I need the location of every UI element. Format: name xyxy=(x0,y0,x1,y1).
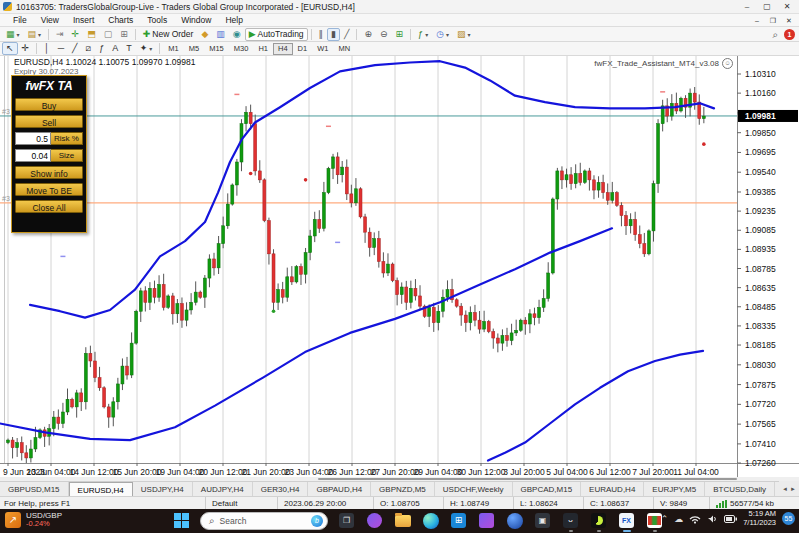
price-chart[interactable]: #3#31.103101.101601.100051.098501.096951… xyxy=(0,56,799,477)
battery-icon[interactable] xyxy=(724,515,737,523)
taskbar-search[interactable]: ⌕ Search b xyxy=(200,512,328,530)
close-all-button[interactable]: Close All xyxy=(15,200,83,213)
task-view-taskbar-button[interactable]: ❐ xyxy=(337,511,356,530)
data-window-button[interactable]: ▥ xyxy=(212,28,229,41)
smiley-icon[interactable]: ☺ xyxy=(722,58,733,69)
bar-chart-button[interactable]: ∥ xyxy=(315,28,328,41)
timeframe-m5-button[interactable]: M5 xyxy=(184,43,204,55)
taskbar-clock[interactable]: 5:19 AM 7/11/2023 xyxy=(743,510,776,527)
menu-window[interactable]: Window xyxy=(174,15,218,25)
line-chart-button[interactable]: ╱ xyxy=(340,28,353,41)
risk-input[interactable] xyxy=(15,132,51,145)
chart-tab-gbpaud-h4[interactable]: GBPAUD,H4 xyxy=(308,482,371,497)
zoom-in-button[interactable]: ⊕ xyxy=(360,28,376,41)
arrows-button[interactable]: ✦▾ xyxy=(136,42,157,55)
chart-tab-eurjpy-m5[interactable]: EURJPY,M5 xyxy=(644,482,705,497)
chart-tab-gbpnzd-m5[interactable]: GBPNZD,M5 xyxy=(371,482,435,497)
menu-file[interactable]: File xyxy=(6,15,34,25)
autotrading-button[interactable]: ▶AutoTrading xyxy=(245,28,308,41)
chart-window-button[interactable]: ▢ xyxy=(100,28,117,41)
zoom-out-button[interactable]: ⊖ xyxy=(376,28,392,41)
onedrive-icon[interactable]: ☁ xyxy=(674,514,683,524)
microsoft-store-taskbar-button[interactable]: ⊞ xyxy=(449,511,468,530)
copilot-taskbar-button[interactable] xyxy=(365,511,384,530)
timeframe-mn-button[interactable]: MN xyxy=(333,43,355,55)
designer-app-taskbar-button[interactable] xyxy=(477,511,496,530)
child-restore-button[interactable]: ❐ xyxy=(765,14,781,27)
chart-tab-euraud-h4[interactable]: EURAUD,H4 xyxy=(581,482,644,497)
buy-button[interactable]: Buy xyxy=(15,98,83,111)
start-button[interactable] xyxy=(172,511,191,530)
size-input[interactable] xyxy=(15,149,51,162)
trendline-button[interactable]: ╱ xyxy=(68,42,81,55)
dark-app-taskbar-button[interactable]: ▣ xyxy=(533,511,552,530)
close-button[interactable]: ✕ xyxy=(777,0,797,14)
title-bar[interactable]: 10163705: TradersGlobalGroup-Live - Trad… xyxy=(0,0,799,14)
chart-tab-usdchf-weekly[interactable]: USDCHF,Weekly xyxy=(435,482,513,497)
horizontal-line-button[interactable]: ─ xyxy=(54,42,68,55)
chart-tab-gbpcad-m15[interactable]: GBPCAD,M15 xyxy=(513,482,582,497)
menu-help[interactable]: Help xyxy=(218,15,249,25)
maximize-button[interactable]: ▢ xyxy=(757,0,777,14)
menu-view[interactable]: View xyxy=(34,15,66,25)
menu-charts[interactable]: Charts xyxy=(101,15,140,25)
minimize-button[interactable]: – xyxy=(737,0,757,14)
timeframe-m1-button[interactable]: M1 xyxy=(163,43,183,55)
show-info-button[interactable]: Show info xyxy=(15,166,83,179)
child-minimize-button[interactable]: – xyxy=(749,14,765,27)
periods-button[interactable]: ◷▾ xyxy=(432,28,453,41)
vertical-line-button[interactable]: │ xyxy=(40,42,54,55)
notifications-icon[interactable]: 1 xyxy=(784,29,795,40)
auto-scroll-button[interactable]: ✛ xyxy=(68,28,84,41)
volume-icon[interactable] xyxy=(707,514,718,524)
chart-tab-eurusd-h4[interactable]: EURUSD,H4 xyxy=(69,482,133,497)
timeframe-d1-button[interactable]: D1 xyxy=(293,43,313,55)
expert-advisors-button[interactable]: ◆ xyxy=(197,28,212,41)
label-button[interactable]: T xyxy=(122,42,136,55)
chart-shift-button[interactable]: ⇥ xyxy=(52,28,68,41)
wifi-icon[interactable] xyxy=(689,514,701,524)
edge-browser-taskbar-button[interactable] xyxy=(421,511,440,530)
tray-chevron-icon[interactable]: ⌃ xyxy=(661,514,669,524)
discord-taskbar-button[interactable]: ᴗ xyxy=(561,511,580,530)
template-button[interactable]: ▨▾ xyxy=(453,28,475,41)
menu-tools[interactable]: Tools xyxy=(140,15,174,25)
blue-circle-app-taskbar-button[interactable] xyxy=(505,511,524,530)
fibonacci-button[interactable]: ƒ xyxy=(95,42,108,55)
chart-tab-usdjpy-h4[interactable]: USDJPY,H4 xyxy=(133,482,193,497)
menu-insert[interactable]: Insert xyxy=(66,15,101,25)
timeframe-w1-button[interactable]: W1 xyxy=(312,43,333,55)
file-explorer-taskbar-button[interactable] xyxy=(393,511,412,530)
profiles-button[interactable]: ▤▾ xyxy=(24,28,46,41)
chart-tab-btcusd-daily[interactable]: BTCUSD,Daily xyxy=(705,482,775,497)
timeframe-m15-button[interactable]: M15 xyxy=(204,43,229,55)
widgets-button[interactable]: ↗ USD/GBP -0.24% xyxy=(5,511,62,528)
opera-gx-taskbar-button[interactable] xyxy=(589,511,608,530)
search-icon[interactable]: ⌕ xyxy=(772,29,778,41)
candlestick-chart-button[interactable]: ▮ xyxy=(327,28,340,41)
strategy-tester-button[interactable]: ◉ xyxy=(229,28,245,41)
timeframe-h1-button[interactable]: H1 xyxy=(253,43,273,55)
chart-tab-gbpusd-m15[interactable]: GBPUSD,M15 xyxy=(0,482,69,497)
cursor-button[interactable]: ↖ xyxy=(2,42,18,55)
zoom-box-button[interactable]: ⊞ xyxy=(116,28,132,41)
move-to-be-button[interactable]: Move To BE xyxy=(15,183,83,196)
child-close-button[interactable]: ✕ xyxy=(781,14,797,27)
tile-windows-button[interactable]: ⊞ xyxy=(392,28,408,41)
chart-tab-audjpy-h4[interactable]: AUDJPY,H4 xyxy=(193,482,253,497)
chart-tab-ger30-h4[interactable]: GER30,H4 xyxy=(253,482,309,497)
scrollbar-thumb[interactable] xyxy=(318,478,737,480)
tab-scroll-right-icon[interactable]: ► xyxy=(790,486,796,492)
text-button[interactable]: A xyxy=(108,42,122,55)
bing-icon[interactable]: b xyxy=(311,515,323,527)
new-order-button[interactable]: ✚New Order xyxy=(139,28,198,41)
notification-center-badge[interactable]: 55 xyxy=(782,512,795,525)
timeframe-m30-button[interactable]: M30 xyxy=(229,43,254,55)
crosshair-button[interactable]: ✛ xyxy=(18,42,34,55)
fx-trading-app-taskbar-button[interactable]: FX xyxy=(617,511,636,530)
indicators-button[interactable]: ƒ▾ xyxy=(414,28,432,41)
tab-scroll-left-icon[interactable]: ◄ xyxy=(782,486,788,492)
channel-button[interactable]: ⧄ xyxy=(82,42,96,55)
timeframe-h4-button[interactable]: H4 xyxy=(273,43,293,55)
new-chart-button[interactable]: ▦▾ xyxy=(2,28,24,41)
